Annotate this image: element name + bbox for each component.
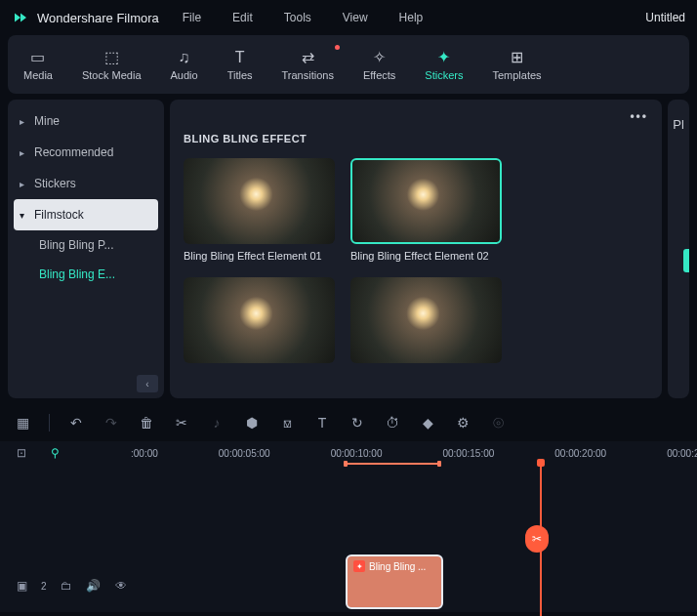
sidebar-item-label: Recommended	[34, 145, 113, 159]
audio-wave-icon[interactable]: ⦾	[489, 414, 507, 431]
menu-view[interactable]: View	[343, 11, 368, 24]
menu-help[interactable]: Help	[399, 11, 424, 24]
track-toggle-icon[interactable]: ▣	[14, 578, 29, 594]
effects-icon: ✧	[370, 49, 390, 66]
sidebar-item-stickers[interactable]: ▸ Stickers	[8, 168, 164, 199]
titles-icon: T	[230, 49, 250, 66]
effect-thumbnail	[184, 277, 335, 363]
chevron-right-icon: ▸	[20, 179, 24, 189]
playhead[interactable]	[537, 459, 545, 467]
sidebar-sub-bling-p[interactable]: Bling Bling P...	[8, 230, 164, 260]
nav-audio[interactable]: ♫ Audio	[171, 49, 198, 81]
effect-thumbnail	[350, 277, 502, 363]
effect-label: Bling Bling Effect Element 01	[184, 250, 335, 262]
stock-icon: ⬚	[102, 49, 121, 66]
menu-tools[interactable]: Tools	[284, 11, 311, 24]
notification-dot	[335, 45, 340, 50]
app-name: Wondershare Filmora	[37, 11, 159, 25]
media-icon: ▭	[28, 49, 48, 66]
sidebar-collapse-button[interactable]: ‹	[137, 375, 158, 392]
clip-type-icon: ✦	[353, 560, 365, 572]
chevron-right-icon: ▸	[20, 147, 24, 158]
sidebar-item-recommended[interactable]: ▸ Recommended	[8, 137, 164, 168]
main-panel: ••• BLING BLING EFFECT Bling Bling Effec…	[170, 100, 662, 398]
sidebar-item-label: Mine	[34, 114, 60, 128]
nav-stickers[interactable]: ✦ Stickers	[425, 49, 463, 81]
clip-range-indicator[interactable]	[346, 463, 439, 465]
tag-icon[interactable]: ⬢	[243, 414, 261, 431]
redo-icon[interactable]: ↷	[102, 414, 120, 431]
effect-card[interactable]: Bling Bling Effect Element 02	[350, 158, 502, 262]
menu-file[interactable]: File	[183, 11, 201, 24]
timer-icon[interactable]: ⏱	[384, 414, 401, 431]
ruler-tick: 00:00:05:00	[219, 448, 270, 459]
effect-card[interactable]: Bling Bling Effect Element 01	[184, 158, 335, 262]
effect-thumbnail	[350, 158, 502, 244]
nav-titles[interactable]: T Titles	[227, 49, 253, 81]
nav-transitions[interactable]: ⇄ Transitions	[282, 49, 334, 81]
effect-thumbnail	[184, 158, 335, 244]
split-icon[interactable]: ✂	[173, 414, 190, 431]
app-logo	[12, 9, 29, 26]
undo-icon[interactable]: ↶	[67, 414, 85, 431]
snap-icon[interactable]: ⊡	[14, 445, 29, 461]
mute-icon[interactable]: 🔊	[86, 578, 102, 594]
panel-title: BLING BLING EFFECT	[184, 133, 648, 144]
chevron-right-icon: ▸	[20, 116, 24, 127]
menu-edit[interactable]: Edit	[232, 11, 253, 24]
sidebar-item-filmstock[interactable]: ▾ Filmstock	[14, 199, 158, 230]
preview-panel: Pl	[668, 100, 689, 398]
nav-media[interactable]: ▭ Media	[23, 49, 53, 81]
document-title[interactable]: Untitled	[645, 11, 685, 24]
timeline[interactable]: ⊡ ⚲ :00:00 00:00:05:00 00:00:10:00 00:00…	[0, 441, 697, 612]
text-icon[interactable]: T	[313, 414, 331, 431]
panel-resize-handle[interactable]	[683, 249, 689, 272]
sidebar-sub-bling-e[interactable]: Bling Bling E...	[8, 260, 164, 289]
sidebar-item-label: Bling Bling E...	[39, 267, 115, 281]
sidebar-item-label: Bling Bling P...	[39, 238, 114, 252]
transitions-icon: ⇄	[298, 49, 317, 66]
chevron-left-icon: ‹	[145, 379, 148, 390]
more-icon[interactable]: •••	[630, 109, 648, 123]
sidebar-item-label: Stickers	[34, 177, 76, 190]
split-handle[interactable]: ✂	[525, 525, 549, 553]
folder-icon[interactable]: 🗀	[59, 578, 74, 594]
effect-card[interactable]	[350, 277, 502, 369]
ruler-tick: 00:00:25:00	[667, 448, 697, 459]
nav-effects[interactable]: ✧ Effects	[363, 49, 395, 81]
timeline-ruler[interactable]: :00:00 00:00:05:00 00:00:10:00 00:00:15:…	[131, 441, 683, 465]
sidebar: ▸ Mine ▸ Recommended ▸ Stickers ▾ Filmst…	[8, 100, 164, 398]
nav-stock-media[interactable]: ⬚ Stock Media	[82, 49, 142, 81]
ruler-tick: :00:00	[131, 448, 158, 459]
link-icon[interactable]: ⚲	[47, 445, 62, 461]
track-count: 2	[41, 581, 47, 592]
adjust-icon[interactable]: ⚙	[454, 414, 472, 431]
speed-icon[interactable]: ↻	[348, 414, 366, 431]
layout-icon[interactable]: ▦	[14, 414, 31, 431]
preview-label: Pl	[673, 117, 684, 132]
ruler-tick: 00:00:10:00	[331, 448, 383, 459]
clip-label: Bling Bling ...	[369, 561, 426, 572]
templates-icon: ⊞	[508, 49, 527, 66]
chevron-down-icon: ▾	[20, 210, 24, 221]
ruler-tick: 00:00:20:00	[554, 448, 606, 459]
stickers-icon: ✦	[434, 49, 454, 66]
music-icon[interactable]: ♪	[208, 414, 226, 431]
crop-icon[interactable]: ⟏	[278, 414, 296, 431]
color-icon[interactable]: ◆	[419, 414, 436, 431]
nav-templates[interactable]: ⊞ Templates	[492, 49, 541, 81]
visibility-icon[interactable]: 👁	[113, 578, 129, 594]
audio-icon: ♫	[175, 49, 194, 66]
timeline-clip[interactable]: ✦ Bling Bling ...	[346, 554, 443, 609]
effect-label: Bling Bling Effect Element 02	[350, 250, 502, 262]
sidebar-item-label: Filmstock	[34, 208, 84, 222]
delete-icon[interactable]: 🗑	[138, 414, 155, 431]
ruler-tick: 00:00:15:00	[442, 448, 494, 459]
sidebar-item-mine[interactable]: ▸ Mine	[8, 105, 164, 137]
effect-card[interactable]	[184, 277, 335, 369]
timeline-toolbar: ▦ ↶ ↷ 🗑 ✂ ♪ ⬢ ⟏ T ↻ ⏱ ◆ ⚙ ⦾	[0, 404, 697, 441]
